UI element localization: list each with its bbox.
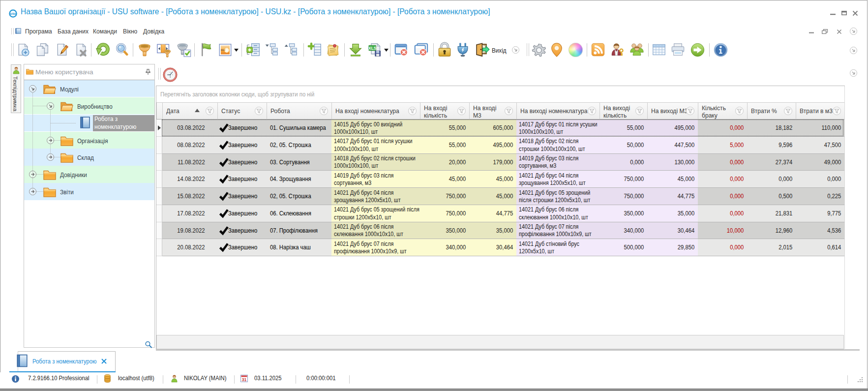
svg-text:XLS: XLS [368, 46, 377, 51]
svg-text:31: 31 [242, 377, 247, 382]
svg-text:usu: usu [10, 12, 16, 15]
